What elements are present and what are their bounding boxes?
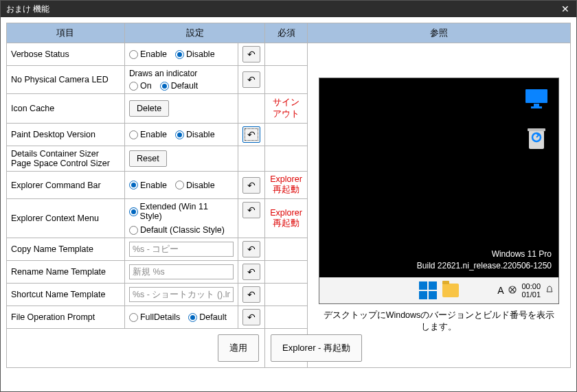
svg-rect-2 [531, 106, 542, 108]
radio-paint-enable[interactable]: Enable [129, 130, 167, 139]
monitor-icon [524, 88, 549, 110]
radio-cam-default[interactable]: Default [160, 81, 199, 91]
header-required: 必須 [265, 23, 308, 43]
header-item: 項目 [7, 23, 125, 43]
reset-shortcut-tpl[interactable]: ↶ [242, 286, 260, 303]
radio-ctx-default[interactable]: Default (Classic Style) [129, 225, 225, 235]
radio-fop-full[interactable]: FullDetails [129, 312, 180, 322]
footer-row: 適用 Explorer - 再起動 [7, 329, 571, 368]
reset-details-sizer-button[interactable]: Reset [129, 150, 167, 167]
label-explorer-cmdbar: Explorer Command Bar [7, 172, 125, 199]
notification-icon [545, 285, 554, 296]
label-details-sizer-2: Page Space Control Sizer [11, 159, 120, 168]
header-reference: 参照 [308, 23, 571, 43]
label-file-op-prompt: File Operation Prompt [7, 306, 125, 329]
label-paint-desktop: Paint Desktop Version [7, 124, 125, 146]
reset-explorer-cmdbar[interactable]: ↶ [242, 177, 260, 194]
explorer-icon [442, 284, 459, 297]
radio-fop-default[interactable]: Default [188, 312, 227, 322]
settings-table: 項目 設定 必須 参照 Verbose Status Enable Disabl… [6, 23, 571, 368]
header-setting: 設定 [124, 23, 264, 43]
reset-verbose-status[interactable]: ↶ [242, 46, 260, 62]
label-rename-tpl: Rename Name Template [7, 261, 125, 284]
reset-rename-tpl[interactable]: ↶ [242, 264, 260, 280]
input-shortcut-tpl[interactable] [129, 287, 234, 302]
taskbar: A 00:00 01/01 [319, 277, 558, 303]
row-verbose-status: Verbose Status Enable Disable ↶ [7, 43, 571, 66]
apply-button[interactable]: 適用 [218, 334, 259, 362]
radio-verbose-disable[interactable]: Disable [175, 49, 215, 59]
reset-paint-desktop[interactable]: ↶ [242, 126, 260, 143]
preview-panel: Windows 11 Pro Build 22621.ni_release.22… [312, 73, 566, 337]
radio-paint-disable[interactable]: Disable [175, 130, 215, 139]
explorer-restart-button[interactable]: Explorer - 再起動 [271, 334, 362, 362]
svg-rect-4 [528, 128, 545, 131]
reset-no-cam-led[interactable]: ↶ [242, 71, 260, 88]
reset-file-op-prompt[interactable]: ↶ [242, 309, 260, 325]
radio-cmdbar-disable[interactable]: Disable [175, 181, 215, 190]
radio-ctx-extended[interactable]: Extended (Win 11 Style) [129, 202, 229, 221]
label-verbose-status: Verbose Status [7, 43, 125, 66]
label-copy-name-tpl: Copy Name Template [7, 238, 125, 261]
input-copy-name-tpl[interactable] [129, 242, 234, 257]
req-signout: サインアウト [265, 94, 308, 124]
titlebar: おまけ 機能 ✕ [1, 1, 576, 17]
os-build: Build 22621.ni_release.220506-1250 [417, 260, 552, 272]
start-icon [419, 281, 437, 299]
reset-explorer-ctxmenu[interactable]: ↶ [242, 202, 260, 218]
desktop-preview: Windows 11 Pro Build 22621.ni_release.22… [319, 78, 559, 304]
radio-cam-on[interactable]: On [129, 81, 152, 91]
network-icon [508, 285, 517, 296]
label-explorer-ctxmenu: Explorer Context Menu [7, 199, 125, 238]
radio-cmdbar-enable[interactable]: Enable [129, 181, 167, 190]
label-icon-cache: Icon Cache [7, 94, 125, 124]
reset-copy-name-tpl[interactable]: ↶ [242, 241, 260, 257]
input-rename-tpl[interactable] [129, 264, 234, 279]
delete-icon-cache-button[interactable]: Delete [129, 100, 169, 117]
ime-indicator: A [497, 285, 504, 296]
note-no-cam-led: Draws an indicator [129, 69, 234, 78]
label-no-cam-led: No Physical Camera LED [7, 66, 125, 94]
radio-verbose-enable[interactable]: Enable [129, 49, 167, 59]
window: おまけ 機能 ✕ 項目 設定 必須 参照 Verbose Status [0, 0, 577, 392]
label-shortcut-tpl: Shortcut Name Template [7, 284, 125, 306]
clock: 00:00 01/01 [521, 282, 541, 299]
label-details-sizer-1: Details Container Sizer [11, 149, 120, 159]
window-title: おまけ 機能 [6, 3, 49, 15]
content: 項目 設定 必須 参照 Verbose Status Enable Disabl… [1, 17, 576, 391]
recycle-bin-icon [525, 126, 547, 151]
os-name: Windows 11 Pro [417, 249, 552, 260]
close-icon[interactable]: ✕ [560, 3, 571, 14]
svg-rect-1 [534, 104, 539, 106]
svg-rect-0 [525, 89, 547, 103]
